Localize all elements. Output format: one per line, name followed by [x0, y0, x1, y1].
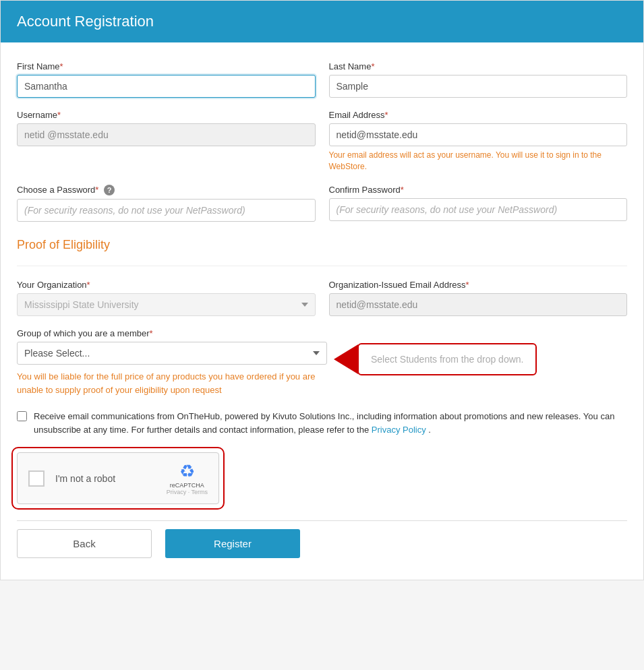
recaptcha-wrapper: I'm not a robot ♻ reCAPTCHA Privacy · Te… [17, 452, 627, 504]
page-title: Account Registration [17, 13, 627, 30]
tooltip-text: Select Students from the drop down. [371, 354, 523, 365]
email-optin-checkbox[interactable] [17, 411, 27, 421]
name-row: First Name* Last Name* [17, 61, 627, 98]
email-group: Email Address* Your email address will a… [329, 110, 628, 173]
org-email-label: Organization-Issued Email Address* [329, 280, 628, 290]
username-group: Username* [17, 110, 316, 173]
password-help-icon[interactable]: ? [104, 185, 115, 195]
recaptcha-checkbox[interactable] [28, 470, 45, 487]
arrow-icon [334, 344, 358, 374]
group-member-select[interactable]: Please Select... Students Faculty Staff [17, 342, 327, 365]
proof-section: Proof of Eligibility [17, 238, 627, 266]
username-input [17, 123, 316, 146]
section-divider [17, 266, 627, 266]
email-optin-label: Receive email communications from OnTheH… [34, 410, 627, 436]
password-row: Choose a Password* ? Confirm Password* [17, 185, 627, 222]
org-row: Your Organization* Mississippi State Uni… [17, 280, 627, 316]
recaptcha-icon: ♻ [179, 461, 195, 482]
user-email-row: Username* Email Address* Your email addr… [17, 110, 627, 173]
page-header: Account Registration [1, 1, 643, 42]
recaptcha-logo: ♻ reCAPTCHA Privacy · Terms [167, 461, 208, 495]
group-col: Group of which you are a member* Please … [17, 328, 327, 396]
page-wrapper: Account Registration First Name* Last Na… [0, 0, 644, 580]
group-member-group: Group of which you are a member* Please … [17, 328, 327, 396]
footer-buttons: Back Register [17, 520, 627, 564]
tooltip-area: Select Students from the drop down. [334, 343, 537, 375]
recaptcha-box-wrapper: I'm not a robot ♻ reCAPTCHA Privacy · Te… [17, 452, 219, 504]
confirm-password-group: Confirm Password* [329, 185, 628, 222]
email-input[interactable] [329, 123, 628, 146]
last-name-group: Last Name* [329, 61, 628, 98]
password-group: Choose a Password* ? [17, 185, 316, 222]
last-name-label: Last Name* [329, 61, 628, 71]
tooltip-box: Select Students from the drop down. [357, 343, 537, 375]
org-label: Your Organization* [17, 280, 316, 290]
org-email-input [329, 293, 628, 316]
group-row-outer: Group of which you are a member* Please … [17, 328, 627, 396]
first-name-group: First Name* [17, 61, 316, 98]
org-select[interactable]: Mississippi State University [17, 293, 316, 316]
last-name-input[interactable] [329, 75, 628, 98]
username-label: Username* [17, 110, 316, 120]
recaptcha-label: I'm not a robot [55, 473, 156, 484]
confirm-password-label: Confirm Password* [329, 185, 628, 195]
org-email-group: Organization-Issued Email Address* [329, 280, 628, 316]
org-group: Your Organization* Mississippi State Uni… [17, 280, 316, 316]
back-button[interactable]: Back [17, 529, 152, 558]
email-optin-row: Receive email communications from OnTheH… [17, 410, 627, 436]
email-help-text: Your email address will act as your user… [329, 150, 628, 173]
privacy-policy-link[interactable]: Privacy Policy [372, 425, 429, 435]
first-name-input[interactable] [17, 75, 316, 98]
group-member-label: Group of which you are a member* [17, 328, 327, 338]
recaptcha-box[interactable]: I'm not a robot ♻ reCAPTCHA Privacy · Te… [17, 452, 219, 504]
password-input[interactable] [17, 199, 316, 222]
proof-section-title: Proof of Eligibility [17, 238, 627, 252]
liability-text: You will be liable for the full price of… [17, 370, 327, 396]
form-body: First Name* Last Name* Username* [1, 42, 643, 580]
email-label: Email Address* [329, 110, 628, 120]
first-name-label: First Name* [17, 61, 316, 71]
password-label: Choose a Password* ? [17, 185, 316, 196]
register-button[interactable]: Register [165, 529, 300, 558]
confirm-password-input[interactable] [329, 198, 628, 221]
